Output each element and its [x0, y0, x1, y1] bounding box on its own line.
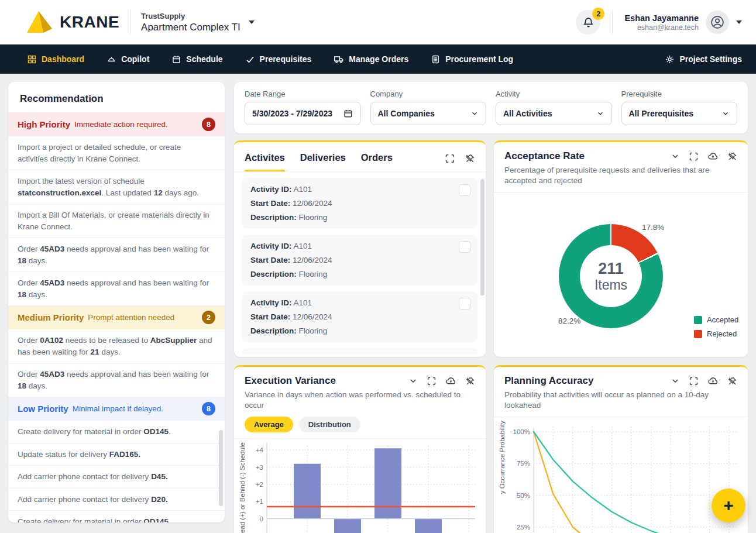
priority-count-badge: 2 — [202, 311, 215, 324]
chevron-down-icon[interactable] — [671, 376, 680, 386]
chevron-down-icon[interactable] — [671, 152, 680, 161]
org-name: TrustSupply — [141, 12, 240, 20]
high-priority-header[interactable]: High Priority Immediate action required.… — [8, 112, 225, 136]
pin-off-icon[interactable] — [465, 153, 475, 164]
activity-item[interactable]: Activity ID: A101 Start Date: 12/06/2024… — [242, 178, 477, 229]
activity-id-value: A101 — [294, 185, 312, 194]
start-date-label: Start Date: — [250, 312, 290, 321]
medium-priority-header[interactable]: Medium Priority Prompt attention needed … — [8, 305, 225, 329]
expand-icon[interactable] — [427, 376, 437, 386]
pin-off-icon[interactable] — [465, 376, 475, 386]
scrollbar-thumb[interactable] — [219, 430, 223, 506]
cloud-upload-icon[interactable] — [445, 376, 456, 387]
card-subtitle: Percentage of prerequisite requests and … — [504, 165, 737, 186]
svg-text:0: 0 — [260, 515, 263, 522]
nav-item-dashboard[interactable]: Dashboard — [27, 54, 84, 64]
scrollbar-thumb[interactable] — [480, 179, 484, 295]
donut-center-value: 211 — [598, 260, 624, 277]
recommendation-title: Recommendation — [8, 82, 225, 112]
acceptance-donut-chart: 211 Items 17.8% 82.2% Accepted — [494, 192, 748, 353]
recommendation-item[interactable]: Order 0A102 needs to be released to AbcS… — [8, 329, 225, 363]
activity-select[interactable]: All Activities — [496, 102, 612, 125]
filters-bar: Date Range 5/30/2023 - 7/29/2023 Company… — [234, 82, 748, 133]
filter-label: Company — [370, 90, 487, 98]
activity-item[interactable]: Activity ID: A101 Start Date: 12/06/2024… — [242, 235, 477, 286]
nav-item-manage-orders[interactable]: Manage Orders — [334, 54, 408, 64]
add-fab-button[interactable]: + — [712, 489, 745, 522]
dashboard-grid-icon — [27, 54, 37, 64]
company-select[interactable]: All Companies — [370, 102, 487, 125]
recommendation-item[interactable]: Import the latest version of schedule st… — [8, 170, 225, 204]
activity-item[interactable]: Activity ID: A101 Start Date: 12/06/2024… — [242, 291, 477, 342]
high-priority-list: Import a project or detailed schedule, o… — [8, 136, 225, 305]
recommendation-item[interactable]: Order 45AD3 needs approval and has been … — [8, 271, 225, 305]
average-toggle[interactable]: Average — [245, 417, 293, 432]
recommendation-item[interactable]: Create delivery for material in order OD… — [8, 510, 225, 522]
distribution-toggle[interactable]: Distribution — [299, 417, 360, 432]
card-title: Acceptance Rate — [504, 150, 585, 162]
tab-orders[interactable]: Orders — [361, 152, 393, 164]
krane-pyramid-icon — [27, 10, 54, 35]
legend-label: Accepted — [707, 315, 738, 324]
activity-checkbox[interactable] — [459, 298, 470, 310]
low-priority-header[interactable]: Low Priority Minimal impact if delayed. … — [8, 397, 225, 421]
project-selector[interactable]: TrustSupply Apartment Complex TI — [141, 12, 255, 33]
rejected-swatch — [694, 330, 702, 338]
recommendation-item[interactable]: Import a Bill Of Materials, or create ma… — [8, 204, 225, 238]
accepted-percent-label: 82.2% — [558, 317, 580, 325]
date-range-input[interactable]: 5/30/2023 - 7/29/2023 — [245, 102, 361, 125]
brand-name: KRANE — [60, 13, 119, 32]
nav-item-prerequisites[interactable]: Prerequisites — [245, 54, 312, 64]
nav-label: Prerequisites — [260, 54, 312, 64]
description-label: Description: — [250, 270, 297, 278]
notification-badge: 2 — [592, 8, 604, 20]
recommendation-item[interactable]: Order 45AD3 needs approval and has been … — [8, 238, 225, 271]
expand-icon[interactable] — [689, 376, 699, 386]
recommendation-item[interactable]: Create delivery for material in order OD… — [8, 421, 225, 443]
description-label: Description: — [250, 213, 297, 222]
prerequisite-select[interactable]: All Prerequisites — [621, 102, 738, 125]
notifications-button[interactable]: 2 — [576, 10, 600, 35]
expand-icon[interactable] — [689, 152, 699, 161]
krane-dashboard-page: KRANE TrustSupply Apartment Complex TI 2… — [0, 0, 756, 533]
filter-date-range: Date Range 5/30/2023 - 7/29/2023 — [245, 90, 361, 126]
cloud-upload-icon[interactable] — [707, 151, 719, 162]
nav-label: Copilot — [121, 54, 149, 64]
recommendation-item[interactable]: Add carrier phone contact for delivery D… — [8, 488, 225, 511]
tab-deliveries[interactable]: Deliveries — [300, 152, 346, 164]
recommendation-item[interactable]: Add carrier phone contact for delivery D… — [8, 465, 225, 488]
header-divider — [612, 11, 613, 34]
pin-off-icon[interactable] — [727, 152, 737, 161]
pin-off-icon[interactable] — [727, 376, 737, 386]
activities-card: Activites Deliveries Orders — [234, 140, 486, 357]
line-chart-svg: 100%75%50%25% — [507, 421, 741, 533]
priority-subtitle: Minimal impact if delayed. — [73, 404, 163, 413]
start-date-value: 12/06/2024 — [293, 199, 332, 208]
recommendation-item[interactable]: Import a project or detailed schedule, o… — [8, 136, 225, 170]
svg-text:+4: +4 — [256, 446, 264, 453]
chevron-down-icon — [736, 20, 742, 24]
svg-text:+3: +3 — [256, 464, 263, 471]
nav-item-schedule[interactable]: Schedule — [171, 54, 222, 64]
chevron-down-icon — [249, 20, 255, 24]
date-range-value: 5/30/2023 - 7/29/2023 — [252, 109, 332, 118]
activity-item[interactable]: Activity ID: A101 Start Date: 12/06/2024… — [242, 348, 477, 354]
user-name: Eshan Jayamanne — [624, 13, 699, 23]
activity-checkbox[interactable] — [459, 241, 470, 253]
chevron-down-icon[interactable] — [408, 376, 418, 386]
cloud-upload-icon[interactable] — [707, 376, 719, 387]
card-title: Planning Accuracy — [504, 375, 593, 387]
nav-item-project-settings[interactable]: Project Settings — [665, 54, 742, 64]
nav-item-copilot[interactable]: Copilot — [106, 54, 149, 64]
user-menu[interactable]: Eshan Jayamanne eshan@krane.tech — [624, 11, 742, 34]
priority-subtitle: Immediate action required. — [74, 120, 168, 129]
tab-activites[interactable]: Activites — [245, 152, 285, 164]
legend-rejected: Rejected — [694, 329, 738, 338]
activity-checkbox[interactable] — [459, 184, 470, 196]
expand-icon[interactable] — [445, 153, 455, 164]
krane-logo[interactable]: KRANE — [27, 10, 119, 35]
recommendation-item[interactable]: Order 45AD3 needs approval and has been … — [8, 363, 225, 397]
recommendation-item[interactable]: Update status for delivery FAD165. — [8, 443, 225, 466]
nav-item-procurement-log[interactable]: Procurement Log — [431, 54, 513, 64]
chevron-down-icon — [470, 109, 479, 118]
